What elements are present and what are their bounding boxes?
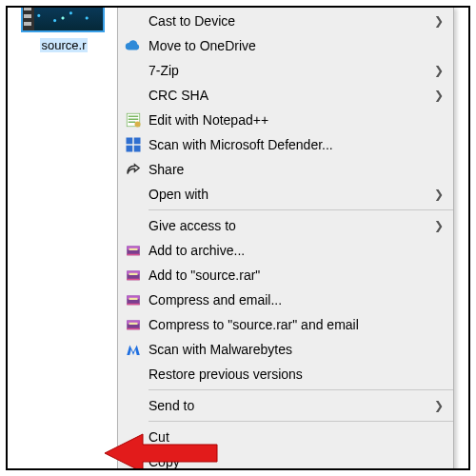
malwarebytes-icon (118, 341, 149, 358)
menu-item-openwith[interactable]: Open with❯ (118, 182, 453, 207)
svg-rect-13 (127, 279, 140, 281)
winrar-icon (118, 316, 149, 333)
menu-item-giveaccess[interactable]: Give access to❯ (118, 213, 453, 238)
svg-rect-21 (127, 328, 140, 330)
menu-separator (149, 389, 453, 390)
menu-separator (149, 209, 453, 210)
menu-item-label: Share (149, 162, 430, 177)
context-menu: Cast to Device❯Move to OneDrive7-Zip❯CRC… (117, 6, 454, 470)
menu-item-label: CRC SHA (149, 88, 430, 103)
menu-item-crcsha[interactable]: CRC SHA❯ (118, 83, 453, 108)
winrar-icon (118, 242, 149, 259)
menu-item-defender[interactable]: Scan with Microsoft Defender... (118, 132, 453, 157)
menu-item-label: Restore previous versions (149, 367, 430, 382)
menu-item-label: Cut (149, 429, 430, 445)
winrar-icon (118, 291, 149, 308)
svg-rect-16 (129, 298, 138, 300)
svg-rect-8 (129, 248, 138, 250)
file-item[interactable]: source.r (21, 6, 107, 52)
file-caption: source.r (40, 38, 89, 52)
menu-item-label: 7-Zip (149, 63, 430, 78)
svg-rect-3 (134, 138, 141, 145)
menu-item-share[interactable]: Share (118, 157, 453, 182)
menu-item-7zip[interactable]: 7-Zip❯ (118, 58, 453, 83)
svg-rect-5 (134, 146, 141, 152)
menu-item-label: Compress and email... (149, 292, 430, 307)
notepadpp-icon (118, 111, 149, 129)
chevron-right-icon: ❯ (430, 219, 444, 232)
winrar-icon (118, 267, 149, 284)
svg-point-1 (135, 122, 141, 128)
cloud-icon (118, 37, 149, 54)
menu-item-label: Send to (149, 398, 430, 413)
chevron-right-icon: ❯ (430, 399, 444, 412)
menu-item-notepadpp[interactable]: Edit with Notepad++ (118, 108, 453, 132)
menu-item-addarchive[interactable]: Add to archive... (118, 238, 453, 263)
menu-separator (149, 421, 453, 422)
menu-item-restore[interactable]: Restore previous versions (118, 362, 453, 387)
screenshot-frame: source.r Cast to Device❯Move to OneDrive… (6, 6, 470, 470)
menu-item-onedrive[interactable]: Move to OneDrive (118, 33, 453, 58)
menu-item-addrar[interactable]: Add to "source.rar" (118, 263, 453, 288)
chevron-right-icon: ❯ (430, 188, 444, 201)
menu-item-label: Cast to Device (149, 13, 430, 29)
menu-item-cast[interactable]: Cast to Device❯ (118, 9, 453, 33)
menu-item-compemail[interactable]: Compress and email... (118, 288, 453, 312)
menu-item-label: Scan with Microsoft Defender... (149, 137, 430, 152)
svg-rect-20 (129, 323, 138, 325)
svg-rect-17 (127, 304, 140, 306)
menu-item-copy[interactable]: Copy (118, 449, 453, 470)
menu-item-label: Add to archive... (149, 243, 430, 258)
menu-item-malwarebytes[interactable]: Scan with Malwarebytes (118, 337, 453, 362)
chevron-right-icon: ❯ (430, 89, 444, 102)
explorer-background: source.r Cast to Device❯Move to OneDrive… (8, 8, 468, 468)
menu-item-label: Open with (149, 187, 430, 202)
svg-rect-4 (127, 146, 133, 152)
menu-item-label: Scan with Malwarebytes (149, 342, 430, 357)
menu-item-label: Move to OneDrive (149, 38, 430, 53)
share-icon (118, 161, 149, 178)
svg-rect-12 (129, 273, 138, 275)
chevron-right-icon: ❯ (430, 14, 444, 28)
svg-rect-9 (127, 254, 140, 256)
menu-item-sendto[interactable]: Send to❯ (118, 393, 453, 418)
menu-item-label: Add to "source.rar" (149, 268, 430, 283)
menu-item-cut[interactable]: Cut (118, 425, 453, 449)
menu-item-label: Copy (149, 454, 430, 469)
file-thumbnail (21, 6, 105, 32)
menu-item-label: Edit with Notepad++ (149, 112, 430, 128)
menu-item-label: Compress to "source.rar" and email (149, 317, 430, 332)
defender-icon (118, 136, 149, 153)
chevron-right-icon: ❯ (430, 64, 444, 77)
menu-item-compraremail[interactable]: Compress to "source.rar" and email (118, 312, 453, 337)
svg-rect-2 (127, 138, 133, 145)
menu-item-label: Give access to (149, 218, 430, 233)
